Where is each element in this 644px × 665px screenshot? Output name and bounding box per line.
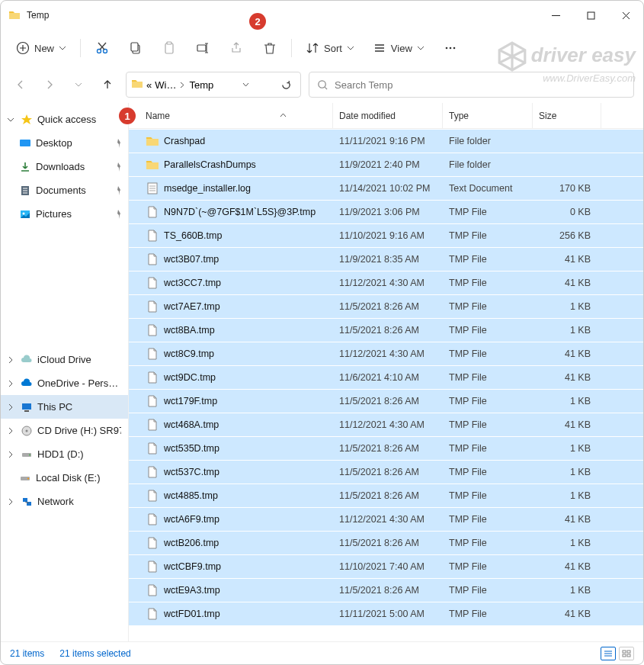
file-icon [146,607,159,621]
close-button[interactable] [608,1,643,30]
table-row[interactable]: Crashpad11/11/2021 9:16 PMFile folder [129,129,643,153]
file-date: 11/9/2021 2:40 PM [333,159,443,170]
new-label: New [34,43,54,54]
file-name: wct537C.tmp [164,467,219,477]
table-row[interactable]: wctE9A3.tmp11/5/2021 8:26 AMTMP File1 KB [129,578,643,602]
file-name: TS_660B.tmp [164,230,222,241]
paste-button[interactable] [154,35,184,61]
file-size: 1 KB [533,325,601,336]
search-input[interactable]: Search Temp [309,72,634,98]
file-date: 11/5/2021 8:26 AM [333,443,443,454]
selected-count: 21 items selected [59,648,130,659]
file-type: TMP File [443,207,533,217]
back-button[interactable] [10,74,31,95]
up-button[interactable] [97,74,118,95]
table-row[interactable]: wct3B07.tmp11/9/2021 8:35 AMTMP File41 K… [129,247,643,271]
file-size: 1 KB [533,467,601,477]
sidebar-item-cddrive[interactable]: CD Drive (H:) SR9700 [1,419,128,442]
table-row[interactable]: TS_660B.tmp11/10/2021 9:16 AMTMP File256… [129,223,643,247]
file-icon [146,560,159,573]
rename-button[interactable] [187,35,218,61]
table-row[interactable]: wctFD01.tmp11/11/2021 5:00 AMTMP File41 … [129,602,643,625]
table-row[interactable]: N9N7D`(~@7GF$1M`L5S}@3P.tmp11/9/2021 3:0… [129,200,643,223]
table-row[interactable]: wct468A.tmp11/12/2021 4:30 AMTMP File41 … [129,413,643,436]
table-row[interactable]: wct8BA.tmp11/5/2021 8:26 AMTMP File1 KB [129,318,643,342]
sidebar-item-onedrive[interactable]: OneDrive - Personal [1,371,128,395]
breadcrumb-seg[interactable]: Temp [189,79,213,91]
chevron-right-icon[interactable] [5,496,16,507]
delete-button[interactable] [255,35,285,61]
table-row[interactable]: wctA6F9.tmp11/12/2021 4:30 AMTMP File41 … [129,507,643,531]
col-header-date[interactable]: Date modified [333,103,443,128]
chevron-right-icon[interactable] [5,449,16,460]
folder-icon [8,9,21,21]
table-row[interactable]: wct4885.tmp11/5/2021 8:26 AMTMP File1 KB [129,483,643,507]
chevron-left-icon[interactable]: « [146,79,152,91]
breadcrumb-seg[interactable]: Wi… [155,79,176,91]
col-header-type[interactable]: Type [443,103,533,128]
chevron-right-icon[interactable] [5,355,16,365]
details-view-button[interactable] [601,647,616,660]
drive-icon [19,472,31,484]
forward-button[interactable] [39,74,60,95]
sidebar-item-network[interactable]: Network [1,490,128,513]
col-header-name[interactable]: Name [139,103,333,128]
chevron-down-icon[interactable] [5,114,16,125]
sidebar-quick-access[interactable]: Quick access [1,108,128,131]
refresh-button[interactable] [277,79,296,91]
chevron-right-icon[interactable] [179,79,186,91]
table-row[interactable]: ParallelsCrashDumps11/9/2021 2:40 PMFile… [129,153,643,176]
chevron-right-icon[interactable] [5,378,16,389]
table-row[interactable]: wctB206.tmp11/5/2021 8:26 AMTMP File1 KB [129,531,643,554]
sidebar-item-desktop[interactable]: Desktop [1,131,128,155]
folder-icon [131,78,143,92]
sort-button[interactable]: Sort [298,35,362,61]
chevron-right-icon[interactable] [5,402,16,413]
share-button[interactable] [221,35,252,61]
table-row[interactable]: wct7AE7.tmp11/5/2021 8:26 AMTMP File1 KB [129,294,643,318]
sidebar-item-pictures[interactable]: Pictures [1,202,128,226]
table-row[interactable]: wct537C.tmp11/5/2021 8:26 AMTMP File1 KB [129,460,643,483]
address-bar[interactable]: « Wi… Temp [126,72,301,98]
svg-rect-58 [623,654,626,657]
toolbar: New Sort View [1,30,643,66]
more-button[interactable] [435,35,466,61]
file-date: 11/12/2021 4:30 AM [333,514,443,525]
sidebar-item-hdd1[interactable]: HDD1 (D:) [1,442,128,466]
file-icon [146,205,159,219]
file-date: 11/14/2021 10:02 PM [333,183,443,194]
table-row[interactable]: wctCBF9.tmp11/10/2021 7:40 AMTMP File41 … [129,554,643,578]
thumbnails-view-button[interactable] [619,647,634,660]
file-size: 170 KB [533,183,601,194]
view-button[interactable]: View [365,35,432,61]
sidebar-item-downloads[interactable]: Downloads [1,155,128,178]
sidebar-item-documents[interactable]: Documents [1,178,128,202]
titlebar[interactable]: Temp [1,1,643,30]
sidebar-item-icloud[interactable]: iCloud Drive [1,348,128,371]
maximize-button[interactable] [573,1,608,30]
table-row[interactable]: msedge_installer.log11/14/2021 10:02 PMT… [129,176,643,200]
sidebar-item-localdisk[interactable]: Local Disk (E:) [1,466,128,490]
network-icon [21,496,33,508]
col-header-size[interactable]: Size [533,103,601,128]
cut-button[interactable] [87,35,117,61]
addr-dropdown[interactable] [242,79,249,91]
table-row[interactable]: wct8C9.tmp11/12/2021 4:30 AMTMP File41 K… [129,342,643,365]
table-row[interactable]: wct9DC.tmp11/6/2021 4:10 AMTMP File41 KB [129,365,643,389]
file-type: TMP File [443,230,533,241]
minimize-button[interactable] [538,1,573,30]
file-type: TMP File [443,514,533,525]
sidebar-item-thispc[interactable]: This PC [1,395,128,419]
chevron-right-icon[interactable] [5,426,16,436]
file-date: 11/5/2021 8:26 AM [333,538,443,548]
table-row[interactable]: wct3CC7.tmp11/12/2021 4:30 AMTMP File41 … [129,271,643,294]
file-type: Text Document [443,183,533,194]
svg-point-27 [450,47,452,50]
sidebar-label: iCloud Drive [37,354,91,365]
recent-dropdown[interactable] [68,74,89,95]
new-button[interactable]: New [8,35,74,61]
file-name: wctB206.tmp [164,538,219,548]
table-row[interactable]: wct535D.tmp11/5/2021 8:26 AMTMP File1 KB [129,436,643,460]
copy-button[interactable] [120,35,151,61]
table-row[interactable]: wct179F.tmp11/5/2021 8:26 AMTMP File1 KB [129,389,643,413]
